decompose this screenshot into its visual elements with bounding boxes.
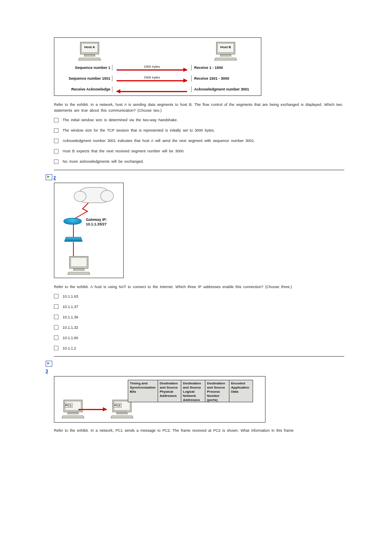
checkbox[interactable]: [54, 304, 58, 309]
q1-row2-left: Receive Acknowledge: [58, 86, 112, 92]
frame-cell-1: Destination and Source Physical Addresse…: [158, 380, 181, 402]
q1-row2-right: Acknowledgment number 3001: [191, 86, 262, 92]
frame-cell-0: Timing and Synchronization Bits: [128, 380, 158, 402]
q1-opt0: The initial window size is determined vi…: [63, 118, 178, 122]
question-marker-icon[interactable]: [46, 361, 52, 367]
frame-cell-3: Destination and Source Process Number (p…: [205, 380, 229, 402]
q2-exhibit: Gateway IP:10.1.1.33/27: [54, 183, 124, 278]
arrow-right-icon: [117, 69, 187, 71]
checkbox[interactable]: [54, 128, 58, 133]
checkbox[interactable]: [54, 118, 58, 122]
q3-number[interactable]: 3: [46, 369, 392, 374]
host-a-label: Host A: [82, 45, 97, 49]
q2-text: Refer to the exhibit. A host is using NA…: [54, 284, 344, 290]
host-a-computer: Host A: [75, 42, 104, 61]
q3-text: Refer to the exhibit. In a network, PC1 …: [54, 428, 344, 433]
frame-cell-4: Encoded Application Data: [229, 380, 253, 402]
arrow-right-icon: [78, 409, 107, 410]
checkbox[interactable]: [54, 346, 58, 350]
router-icon: [63, 218, 82, 225]
q1-row1-bytes: 1500 bytes: [144, 76, 160, 80]
q1-opt1: The window size for the TCP session that…: [63, 128, 215, 132]
arrow-left-icon: [117, 91, 187, 92]
switch-icon: [64, 237, 83, 242]
frame-table: Timing and Synchronization Bits Destinat…: [128, 380, 253, 402]
q1-row0-bytes: 1500 bytes: [144, 65, 160, 69]
q2-opt0: 10.1.1.63: [63, 294, 78, 298]
pc2-label: PC2: [113, 403, 122, 408]
q2-opt1: 10.1.1.37: [63, 305, 78, 309]
q1-row0-right: Receive 1 - 1500: [191, 65, 262, 71]
checkbox[interactable]: [54, 325, 58, 330]
q3-exhibit: PC1 PC2 Timing and Synchronization Bits …: [54, 376, 265, 423]
q1-opt4: No more acknowledgments will be exchange…: [63, 159, 144, 164]
checkbox[interactable]: [54, 335, 58, 340]
checkbox[interactable]: [54, 315, 58, 319]
q1-row0-left: Sequence number 1: [58, 65, 112, 71]
page: Host A Host B Sequence number 1 1500 byt…: [0, 0, 392, 434]
checkbox[interactable]: [54, 139, 58, 143]
checkbox[interactable]: [54, 149, 58, 154]
q1-row1-right: Receive 1501 - 3000: [191, 76, 262, 81]
divider: [54, 356, 344, 357]
q1-text: Refer to the exhibit. In a network, host…: [54, 102, 344, 114]
pc2-computer: PC2: [107, 400, 136, 418]
q2-opt5: 10.1.1.2: [63, 346, 76, 350]
arrow-right-icon: [117, 80, 187, 81]
gateway-label: Gateway IP:10.1.1.33/27: [86, 218, 107, 227]
q1-exhibit: Host A Host B Sequence number 1 1500 byt…: [54, 37, 261, 96]
divider: [54, 170, 344, 170]
host-b-computer: Host B: [211, 42, 240, 61]
q1-row1-left: Sequence number 1501: [58, 76, 112, 81]
link-icon: [71, 225, 76, 237]
frame-cell-2: Destination and Source Logical Network A…: [181, 380, 205, 402]
q2-opt3: 10.1.1.32: [63, 325, 78, 330]
cloud-icon: [78, 187, 111, 203]
link-icon: [71, 242, 76, 257]
serial-link-icon: [71, 202, 92, 220]
q2-number[interactable]: 2: [54, 176, 56, 180]
checkbox[interactable]: [54, 294, 58, 298]
host-computer: [64, 256, 93, 275]
pc1-label: PC1: [64, 403, 73, 408]
question-marker-icon[interactable]: [46, 174, 52, 180]
q1-opt3: Host B expects that the next received se…: [63, 149, 185, 153]
q1-opt2: Acknowledgment number 3001 indicates tha…: [63, 139, 255, 143]
host-b-label: Host B: [218, 45, 233, 49]
q2-opt4: 10.1.1.60: [63, 336, 78, 340]
q2-opt2: 10.1.1.39: [63, 315, 78, 319]
checkbox[interactable]: [54, 159, 58, 164]
